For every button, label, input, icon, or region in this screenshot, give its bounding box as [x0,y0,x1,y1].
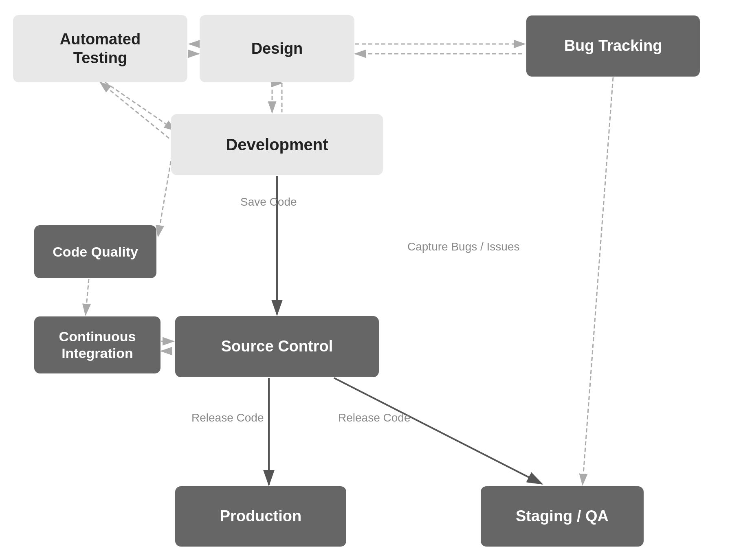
development-node: Development [171,114,383,175]
release-code-left-label: Release Code [191,411,264,424]
production-label: Production [220,507,302,526]
save-code-label: Save Code [240,195,297,209]
continuous-integration-node: Continuous Integration [34,316,161,373]
svg-line-12 [105,82,175,130]
svg-line-13 [100,82,170,139]
staging-qa-node: Staging / QA [481,486,644,547]
design-label: Design [251,40,303,58]
capture-bugs-label: Capture Bugs / Issues [407,240,519,253]
release-code-right-label: Release Code [338,411,410,424]
diagram-container: Automated Testing (dashed, double-headed… [0,0,730,560]
arrows-svg: Automated Testing (dashed, double-headed… [0,0,730,560]
source-control-label: Source Control [221,337,333,356]
code-quality-label: Code Quality [53,244,138,260]
development-label: Development [226,135,328,154]
bug-tracking-node: Bug Tracking [526,15,700,77]
design-node: Design [200,15,354,82]
production-node: Production [175,486,346,547]
bug-tracking-label: Bug Tracking [564,37,662,55]
automated-testing-label: Automated Testing [60,30,141,67]
automated-testing-node: Automated Testing [13,15,187,82]
svg-line-14 [158,155,172,236]
continuous-integration-label: Continuous Integration [59,328,136,362]
svg-line-20 [334,378,542,484]
svg-line-15 [86,279,89,315]
staging-qa-label: Staging / QA [516,507,609,526]
source-control-node: Source Control [175,316,379,377]
code-quality-node: Code Quality [34,225,156,278]
svg-line-21 [583,77,613,485]
